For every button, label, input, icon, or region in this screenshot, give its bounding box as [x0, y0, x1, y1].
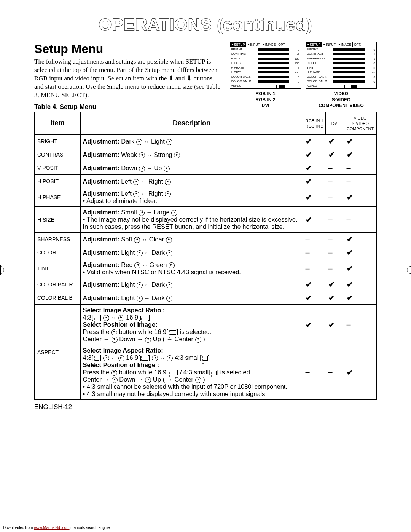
check-cell	[326, 291, 344, 305]
down-icon	[195, 377, 201, 383]
check-cell	[344, 278, 376, 291]
down-icon	[145, 377, 151, 383]
check-cell	[303, 291, 326, 305]
right-icon	[118, 315, 124, 321]
item-cell: H SIZE	[35, 207, 80, 233]
right-icon	[165, 179, 171, 185]
table-row: H SIZE Adjustment: Small ↔ Large • The i…	[35, 207, 376, 233]
check-cell	[326, 134, 344, 148]
setup-heading: Setup Menu	[34, 42, 224, 56]
osd-tab-setup: SETUP	[230, 42, 246, 47]
page-title: OPERATIONS (continued)	[34, 15, 377, 34]
check-cell: –	[326, 161, 344, 175]
aspect-43small-icon	[211, 371, 217, 375]
right-icon	[165, 191, 171, 197]
left-icon	[136, 139, 142, 145]
table-row: COLOR BAL R Adjustment: Light ↔ Dark	[35, 278, 376, 291]
osd-tab-opt: OPT.	[277, 42, 287, 47]
right-icon	[166, 237, 172, 243]
left-icon	[152, 355, 158, 361]
check-cell: –	[303, 233, 326, 246]
desc-cell: Adjustment: Soft ↔ Clear	[80, 233, 303, 246]
desc-cell: Select Image Aspect Ratio: 4:3[] ↔ 16:9[…	[80, 345, 303, 400]
col-dvi: DVI	[326, 112, 344, 134]
check-cell	[326, 148, 344, 161]
osd-diagrams: SETUP INPUT IMAGE OPT. BRIGHTCONTRASTV P…	[230, 42, 377, 109]
down-icon	[112, 337, 118, 343]
check-cell	[303, 278, 326, 291]
col-video: VIDEOS-VIDEOCOMPONENT	[344, 112, 376, 134]
item-cell: COLOR BAL B	[35, 291, 80, 305]
down-icon	[112, 377, 118, 383]
intro-text: The following adjustments and settings a…	[34, 58, 224, 99]
table-row: TINT Adjustment: Red ↔ Green • Valid onl…	[35, 259, 376, 278]
check-cell	[303, 305, 326, 345]
left-icon	[139, 152, 145, 158]
right-icon	[171, 210, 177, 216]
left-icon	[134, 262, 140, 268]
check-cell: –	[344, 207, 376, 233]
osd-tab-image: IMAGE	[337, 42, 353, 47]
check-cell	[303, 188, 326, 207]
aspect-169-icon	[169, 330, 176, 335]
item-cell: SHARPNESS	[35, 233, 80, 246]
check-cell	[344, 259, 376, 278]
down-icon	[111, 329, 117, 335]
down-icon	[111, 370, 117, 376]
right-icon	[166, 250, 172, 256]
osd-tab-image: IMAGE	[261, 42, 277, 47]
osd-tab-input: INPUT	[246, 42, 261, 47]
col-rgb: RGB IN 1RGB IN 2	[303, 112, 326, 134]
left-icon	[134, 237, 140, 243]
aspect-43-icon	[94, 356, 99, 361]
table-title: Table 4. Setup Menu	[34, 103, 224, 111]
check-cell: –	[326, 259, 344, 278]
check-cell	[303, 148, 326, 161]
check-cell: –	[326, 246, 344, 259]
check-cell	[344, 246, 376, 259]
right-icon	[167, 355, 173, 361]
osd-tab-input: INPUT	[322, 42, 337, 47]
left-icon	[139, 210, 145, 216]
check-cell: –	[344, 175, 376, 188]
check-cell	[303, 207, 326, 233]
check-cell	[303, 161, 326, 175]
table-row: COLOR Adjustment: Light ↔ Dark ––	[35, 246, 376, 259]
osd-tab-setup: SETUP	[306, 42, 322, 47]
desc-cell: Adjustment: Down ↔ Up	[80, 161, 303, 175]
check-cell	[344, 188, 376, 207]
check-cell	[326, 305, 344, 345]
check-cell	[326, 278, 344, 291]
col-item: Item	[35, 112, 80, 134]
check-cell	[344, 345, 376, 400]
table-row: CONTRAST Adjustment: Weak ↔ Strong	[35, 148, 376, 161]
setup-table: Item Description RGB IN 1RGB IN 2 DVI VI…	[34, 112, 377, 400]
table-row: H PHASE Adjustment: Left ↔ Right • Adjus…	[35, 188, 376, 207]
right-icon	[118, 355, 124, 361]
desc-cell: Adjustment: Small ↔ Large • The image ma…	[80, 207, 303, 233]
check-cell: –	[303, 345, 326, 400]
desc-cell: Adjustment: Light ↔ Dark	[80, 278, 303, 291]
item-cell: H PHASE	[35, 188, 80, 207]
right-icon	[174, 152, 180, 158]
aspect-169-icon	[140, 356, 148, 361]
check-cell	[303, 134, 326, 148]
aspect-43-icon	[94, 316, 99, 320]
osd-video: SETUP INPUT IMAGE OPT. BRIGHTCONTRASTSHA…	[306, 42, 377, 89]
item-cell: H POSIT	[35, 175, 80, 188]
left-icon	[133, 191, 139, 197]
check-cell: –	[303, 246, 326, 259]
check-cell: –	[344, 305, 376, 345]
table-row: H POSIT Adjustment: Left ↔ Right ––	[35, 175, 376, 188]
check-cell	[344, 291, 376, 305]
right-icon	[164, 166, 170, 172]
table-row: ASPECT Select Image Aspect Ratio : 4:3[]…	[35, 305, 376, 345]
desc-cell: Adjustment: Light ↔ Dark	[80, 246, 303, 259]
item-cell: BRIGHT	[35, 134, 80, 148]
desc-cell: Adjustment: Light ↔ Dark	[80, 291, 303, 305]
table-row: BRIGHT Adjustment: Dark ↔ Light	[35, 134, 376, 148]
item-cell: COLOR BAL R	[35, 278, 80, 291]
item-cell: ASPECT	[35, 305, 80, 400]
check-cell	[303, 175, 326, 188]
desc-cell: Adjustment: Left ↔ Right • Adjust to eli…	[80, 188, 303, 207]
